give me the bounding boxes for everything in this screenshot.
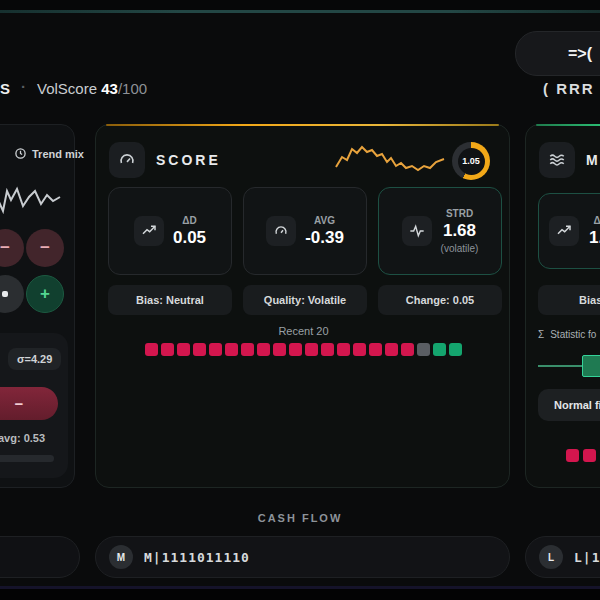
normal-fit-chip: Normal fit • F — [538, 389, 600, 421]
decrease-button-b[interactable]: − — [26, 229, 64, 267]
score-card-accent — [106, 124, 499, 126]
stat-label: ΔD — [594, 215, 600, 226]
recent-square-red — [369, 343, 382, 356]
maker-stat-box: ΔD 1.6 — [538, 193, 600, 269]
trend-up-icon — [549, 216, 579, 246]
gauge-icon — [266, 216, 296, 246]
header-separator: · — [21, 78, 26, 95]
recent-squares — [96, 343, 511, 356]
maker-bias-chip: Bias: B — [538, 285, 600, 315]
recent-square-red — [241, 343, 254, 356]
history-icon — [14, 147, 27, 160]
recent-square-red — [321, 343, 334, 356]
volscore-value: 43 — [101, 80, 118, 97]
stat-label: AVG — [314, 215, 335, 226]
score-chips-row: Bias: Neutral Quality: Volatile Change: … — [108, 285, 502, 315]
recent-square-gray — [417, 343, 430, 356]
minus-icon: − — [0, 238, 10, 258]
cashflow-pill-m: M M|1111011110 — [95, 536, 510, 578]
remove-pill-button[interactable]: − — [0, 387, 58, 420]
gauge-icon — [109, 142, 145, 178]
recent-square-red — [145, 343, 158, 356]
recent-square-red — [273, 343, 286, 356]
score-ring-gauge: 1.05 — [452, 142, 490, 180]
recent-square-red — [225, 343, 238, 356]
recent-square-red — [566, 449, 579, 462]
plus-icon: + — [40, 284, 50, 304]
maker-squares — [566, 449, 596, 462]
maker-card-header: MAK — [539, 142, 600, 178]
stat-value: -0.39 — [305, 228, 344, 248]
header-title-fragment: S — [0, 80, 10, 97]
recent-square-red — [161, 343, 174, 356]
bias-chip: Bias: Neutral — [108, 285, 232, 315]
sigma-badge: σ=4.29 — [8, 348, 61, 370]
score-card: SCORE 1.05 ΔD 0.05 — [95, 124, 510, 488]
recent-square-red — [193, 343, 206, 356]
sigma-icon: Σ — [538, 329, 544, 340]
minus-icon: − — [15, 395, 24, 412]
stat-box-avg: AVG -0.39 — [243, 187, 367, 275]
recent-square-red — [583, 449, 596, 462]
score-stats-row: ΔD 0.05 AVG -0.39 — [108, 187, 502, 275]
top-accent-line — [0, 10, 600, 13]
minus-icon: − — [40, 238, 50, 258]
stat-note: (volatile) — [441, 243, 479, 254]
recent-square-green — [433, 343, 446, 356]
volscore-suffix: /100 — [118, 80, 147, 97]
score-sparkline — [334, 135, 450, 183]
pulse-icon — [402, 216, 432, 246]
top-strip — [0, 0, 600, 10]
l-sequence: L|11110 — [574, 550, 600, 565]
recent-square-red — [209, 343, 222, 356]
maker-card-accent — [536, 124, 600, 126]
maker-boxplot — [538, 353, 600, 379]
maker-statistic-text: Statistic fo — [550, 329, 596, 340]
recent-square-red — [289, 343, 302, 356]
maker-card: MAK ΔD 1.6 Bias: B Σ Statistic fo Normal… — [525, 124, 600, 488]
action-caption: ( RRR — [543, 80, 595, 97]
trend-sparkline — [0, 178, 64, 226]
recent-square-red — [305, 343, 318, 356]
trend-mix-header: Trend mix — [14, 147, 84, 160]
recent-square-red — [337, 343, 350, 356]
stat-value: 1.68 — [443, 221, 476, 241]
avg-readout: avg: 0.53 — [0, 432, 45, 444]
increase-button[interactable]: + — [26, 275, 64, 313]
recent-square-green — [449, 343, 462, 356]
trend-mix-label: Trend mix — [32, 148, 84, 160]
recent-square-red — [257, 343, 270, 356]
volscore-label: VolScore — [37, 80, 97, 97]
cash-flow-title: CASH FLOW — [0, 512, 600, 524]
action-button-label: =>( — [568, 45, 592, 63]
stat-value: 1.6 — [589, 228, 600, 248]
score-card-title: SCORE — [156, 152, 221, 168]
trend-progress-bar — [0, 455, 54, 462]
score-card-header: SCORE — [109, 142, 221, 178]
recent-square-red — [353, 343, 366, 356]
quality-chip: Quality: Volatile — [243, 285, 367, 315]
dashboard: S · VolScore 43/100 =>( ( RRR Trend mix … — [0, 0, 600, 600]
recent-square-red — [385, 343, 398, 356]
recent-square-red — [177, 343, 190, 356]
stat-label: ΔD — [182, 215, 196, 226]
trend-up-icon — [134, 216, 164, 246]
action-button[interactable]: =>( — [515, 31, 600, 76]
maker-card-title: MAK — [586, 152, 600, 168]
m-sequence: M|1111011110 — [144, 550, 250, 565]
stat-box-strd: STRD 1.68 (volatile) — [378, 187, 502, 275]
stat-label: STRD — [446, 208, 473, 219]
boxplot-box — [582, 355, 600, 377]
volscore-readout: VolScore 43/100 — [37, 80, 147, 97]
cashflow-pill-left-stub — [0, 536, 80, 578]
stat-value: 0.05 — [173, 228, 206, 248]
recent-square-red — [401, 343, 414, 356]
dot-icon — [2, 291, 8, 297]
bottom-edge — [0, 589, 600, 600]
l-badge: L — [539, 545, 563, 569]
recent-label: Recent 20 — [96, 325, 511, 337]
change-chip: Change: 0.05 — [378, 285, 502, 315]
score-ring-value: 1.05 — [458, 148, 485, 175]
waves-icon — [539, 142, 575, 178]
m-badge: M — [109, 545, 133, 569]
